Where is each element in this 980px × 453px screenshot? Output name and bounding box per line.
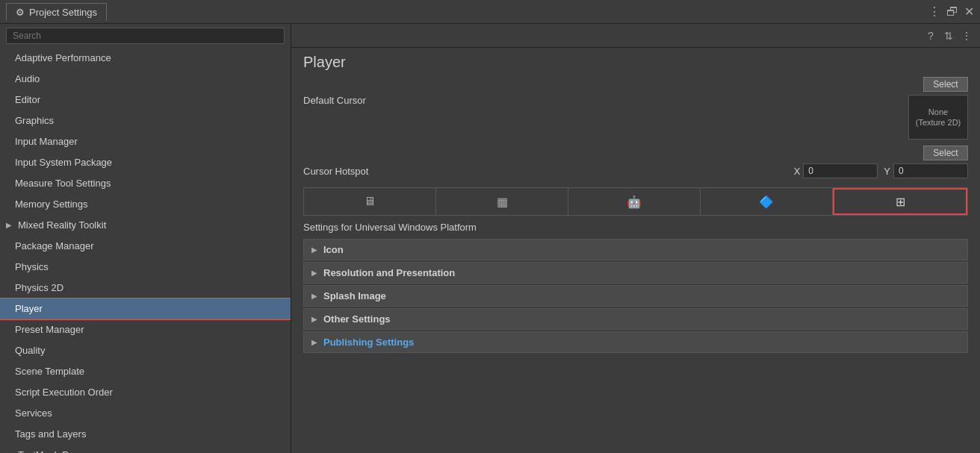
section-header-publishing-settings[interactable]: ▶Publishing Settings	[303, 331, 968, 353]
sidebar-item-label: Input Manager	[15, 134, 78, 149]
content-scroll[interactable]: Player Select Default Cursor None (Textu…	[291, 48, 980, 453]
x-input[interactable]	[803, 163, 878, 178]
sections-container: ▶Icon▶Resolution and Presentation▶Splash…	[303, 239, 968, 354]
maximize-icon[interactable]: 🗗	[946, 5, 958, 19]
platform-tabs: 🖥▦🤖🔷⊞	[303, 187, 968, 216]
section-header-splash-image[interactable]: ▶Splash Image	[303, 285, 968, 307]
sidebar-item-editor[interactable]: Editor	[0, 90, 291, 110]
help-icon[interactable]: ?	[923, 28, 938, 43]
title-bar: ⚙ Project Settings ⋮ 🗗 ✕	[0, 0, 980, 24]
section-header-other-settings[interactable]: ▶Other Settings	[303, 308, 968, 330]
sidebar-item-adaptive-performance[interactable]: Adaptive Performance	[0, 48, 291, 69]
content-toolbar: ? ⇅ ⋮	[291, 24, 980, 48]
section-header-icon[interactable]: ▶Icon	[303, 239, 968, 260]
section-title-icon: Icon	[323, 244, 344, 255]
sidebar-item-scene-template[interactable]: Scene Template	[0, 361, 291, 382]
section-arrow-resolution-and-presentation: ▶	[311, 269, 317, 277]
sidebar-item-label: Editor	[15, 93, 40, 107]
content-area: ? ⇅ ⋮ Player Select Default Cursor None	[291, 24, 980, 453]
sidebar-item-textmesh-pro[interactable]: ▶TextMesh Pro	[0, 445, 291, 453]
settings-icon: ⚙	[16, 7, 25, 18]
page-title: Player	[303, 54, 968, 71]
sidebar-scroll-container: Adaptive PerformanceAudioEditorGraphicsI…	[0, 48, 291, 453]
sidebar-item-tags-and-layers[interactable]: Tags and Layers	[0, 424, 291, 445]
sidebar-item-label: Player	[15, 302, 43, 316]
title-bar-tab: ⚙ Project Settings	[6, 3, 107, 21]
sidebar-item-label: Memory Settings	[15, 197, 88, 212]
cursor-hotspot-label: Cursor Hotspot	[303, 166, 788, 177]
sidebar-item-arrow: ▶	[6, 448, 12, 453]
none-texture-line1: None	[928, 107, 948, 117]
sidebar-item-label: Services	[15, 406, 52, 421]
select-row-bottom: Select	[303, 146, 968, 160]
sidebar-item-label: Tags and Layers	[15, 427, 86, 442]
overflow-icon[interactable]: ⋮	[959, 28, 974, 43]
header-row: Player	[303, 54, 968, 71]
section-arrow-splash-image: ▶	[311, 292, 317, 300]
title-bar-controls: ⋮ 🗗 ✕	[928, 4, 974, 19]
close-icon[interactable]: ✕	[964, 4, 974, 19]
section-arrow-icon: ▶	[311, 246, 317, 254]
main-container: Adaptive PerformanceAudioEditorGraphicsI…	[0, 24, 980, 453]
sidebar-header	[0, 24, 291, 48]
sidebar-item-label: Mixed Reality Toolkit	[18, 218, 106, 233]
sidebar-item-services[interactable]: Services	[0, 403, 291, 424]
platform-tab-server[interactable]: ▦	[436, 188, 568, 215]
sidebar-item-label: Measure Tool Settings	[15, 176, 111, 191]
section-header-resolution-and-presentation[interactable]: ▶Resolution and Presentation	[303, 262, 968, 284]
sidebar-item-audio[interactable]: Audio	[0, 69, 291, 90]
sidebar-item-label: Scene Template	[15, 364, 84, 379]
section-title-resolution-and-presentation: Resolution and Presentation	[323, 267, 455, 278]
default-cursor-label: Default Cursor	[303, 95, 908, 106]
sidebar-item-physics-2d[interactable]: Physics 2D	[0, 278, 291, 299]
section-arrow-publishing-settings: ▶	[311, 338, 317, 346]
title-bar-title: Project Settings	[29, 7, 97, 18]
select-button-bottom[interactable]: Select	[923, 146, 968, 160]
platform-tab-uwp[interactable]: ⊞	[833, 188, 967, 215]
sidebar-item-label: Physics	[15, 260, 49, 275]
sidebar-item-player[interactable]: Player	[0, 299, 291, 319]
sidebar-item-input-system-package[interactable]: Input System Package	[0, 152, 291, 173]
sidebar-item-package-manager[interactable]: Package Manager	[0, 236, 291, 257]
sidebar-item-quality[interactable]: Quality	[0, 340, 291, 361]
settings-for-label: Settings for Universal Windows Platform	[303, 222, 968, 233]
sidebar-item-label: Script Execution Order	[15, 385, 113, 400]
y-input[interactable]	[893, 163, 968, 178]
x-label: X	[794, 166, 801, 177]
select-button-top[interactable]: Select	[923, 77, 968, 92]
sidebar-item-input-manager[interactable]: Input Manager	[0, 131, 291, 152]
sidebar-item-label: Quality	[15, 343, 45, 358]
search-input[interactable]	[6, 28, 285, 44]
sidebar-item-graphics[interactable]: Graphics	[0, 110, 291, 131]
sidebar-item-label: Audio	[15, 72, 40, 87]
section-title-other-settings: Other Settings	[323, 313, 391, 325]
sidebar-item-measure-tool-settings[interactable]: Measure Tool Settings	[0, 173, 291, 194]
none-texture-line2: (Texture 2D)	[916, 117, 961, 128]
sidebar-item-label: Package Manager	[15, 239, 94, 254]
sidebar-item-label: Input System Package	[15, 155, 112, 170]
sidebar-item-script-execution-order[interactable]: Script Execution Order	[0, 382, 291, 403]
platform-tab-webgl[interactable]: 🔷	[701, 188, 833, 215]
platform-tab-standalone[interactable]: 🖥	[304, 188, 436, 215]
y-label: Y	[884, 166, 890, 177]
layout-icon[interactable]: ⇅	[941, 28, 956, 43]
section-title-splash-image: Splash Image	[323, 290, 386, 302]
section-arrow-other-settings: ▶	[311, 315, 317, 323]
sidebar-item-label: Adaptive Performance	[15, 51, 111, 66]
sidebar-item-label: Preset Manager	[15, 322, 84, 337]
sidebar-item-arrow: ▶	[6, 218, 12, 233]
sidebar-item-physics[interactable]: Physics	[0, 257, 291, 278]
more-options-icon[interactable]: ⋮	[928, 4, 940, 19]
sidebar: Adaptive PerformanceAudioEditorGraphicsI…	[0, 24, 291, 453]
platform-tab-android[interactable]: 🤖	[568, 188, 701, 215]
sidebar-item-memory-settings[interactable]: Memory Settings	[0, 194, 291, 215]
full-content: Player Select Default Cursor None (Textu…	[291, 48, 980, 360]
cursor-hotspot-row: Cursor Hotspot X Y	[303, 163, 968, 178]
hotspot-y: Y	[884, 163, 968, 178]
sidebar-item-preset-manager[interactable]: Preset Manager	[0, 319, 291, 340]
select-row-top: Select	[303, 77, 968, 92]
section-title-publishing-settings: Publishing Settings	[323, 337, 414, 348]
hotspot-x: X	[794, 163, 878, 178]
sidebar-item-label: Physics 2D	[15, 281, 63, 296]
sidebar-item-mixed-reality-toolkit[interactable]: ▶Mixed Reality Toolkit	[0, 215, 291, 236]
